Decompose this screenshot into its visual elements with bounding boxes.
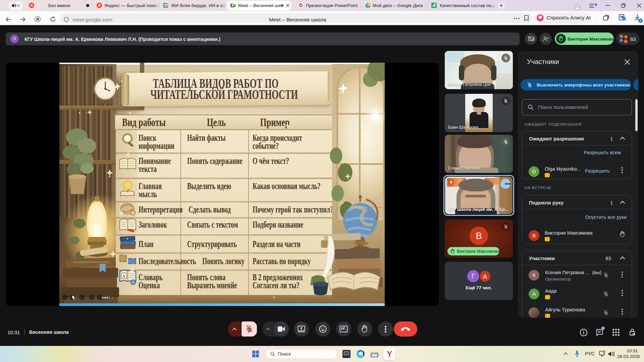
svg-text:26: 26	[164, 4, 167, 7]
